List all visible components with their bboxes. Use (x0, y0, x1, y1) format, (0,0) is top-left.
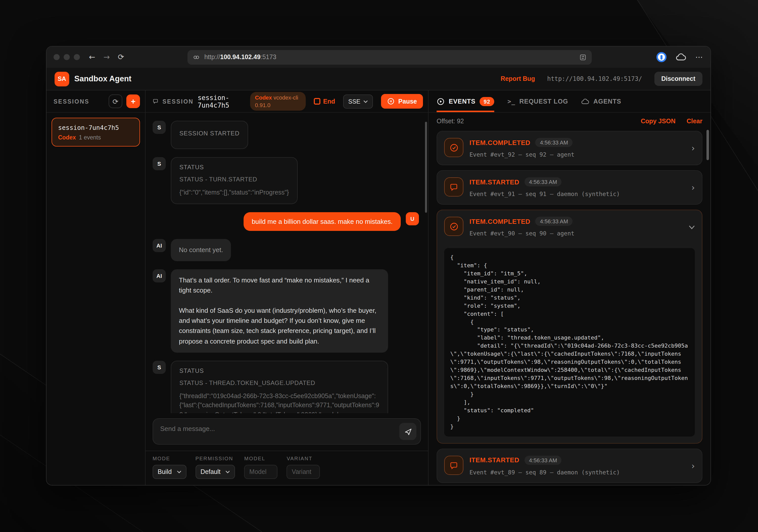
pause-button[interactable]: Pause (381, 94, 423, 109)
ai-avatar: AI (153, 269, 166, 283)
message-code: {"id":"0","items":[],"status":"inProgres… (179, 188, 289, 198)
ai-paragraph: What kind of SaaS do you want (industry/… (179, 306, 380, 346)
end-label: End (323, 98, 335, 105)
pause-label: Pause (398, 98, 417, 105)
message-label: STATUS (179, 164, 289, 171)
window-controls[interactable] (53, 54, 80, 60)
badge-agent: Codex (255, 94, 272, 100)
copy-json-button[interactable]: Copy JSON (641, 118, 676, 125)
events-list[interactable]: ITEM.COMPLETED 4:56:33 AM Event #evt_92 … (429, 128, 710, 485)
message-label: STATUS (179, 367, 380, 374)
app-title: Sandbox Agent (74, 74, 131, 83)
event-time: 4:56:33 AM (535, 138, 572, 147)
session-header: SESSION session-7un4c7h5 Codex vcodex-cl… (146, 90, 428, 113)
server-url: http://100.94.102.49:5173/ (547, 75, 642, 83)
event-card[interactable]: ITEM.STARTED 4:56:33 AM Event #evt_91 — … (436, 170, 703, 205)
event-card-expanded[interactable]: ITEM.COMPLETED 4:56:33 AM Event #evt_90 … (436, 210, 703, 443)
events-scrollbar-thumb[interactable] (706, 130, 709, 160)
message-code: {"threadId":"019c04ad-266b-72c3-83cc-c5e… (179, 391, 380, 413)
end-checkbox[interactable] (314, 98, 320, 105)
chevron-right-icon[interactable]: › (691, 183, 695, 192)
mode-label: MODE (153, 456, 187, 461)
sessions-title: SESSIONS (53, 98, 105, 104)
chat-message-user: build me a billion dollar saas. make no … (153, 212, 419, 231)
message-input[interactable] (153, 419, 421, 444)
permission-label: PERMISSION (195, 456, 235, 461)
mode-value: Build (158, 468, 172, 476)
system-avatar: S (153, 157, 166, 170)
session-name: session-7un4c7h5 (58, 124, 133, 131)
desktop-background: ← → ⟳ http://100.94.102.49:5173 ⋯ SA San… (0, 0, 758, 532)
forward-icon[interactable]: → (103, 53, 110, 61)
refresh-sessions-button[interactable]: ⟳ (109, 94, 122, 108)
back-icon[interactable]: ← (89, 53, 95, 61)
message-sublabel: STATUS - TURN.STARTED (179, 176, 289, 183)
window-maximize-button[interactable] (74, 54, 80, 60)
offset-label: Offset: 92 (436, 118, 630, 125)
check-circle-icon (444, 138, 464, 157)
ai-avatar: AI (153, 239, 166, 252)
chevron-down-icon[interactable] (689, 222, 695, 232)
variant-label: VARIANT (287, 456, 320, 461)
tab-events[interactable]: EVENTS 92 (436, 90, 495, 112)
tab-request-log[interactable]: >_ REQUEST LOG (508, 90, 568, 112)
plus-icon: + (131, 97, 136, 106)
chevron-right-icon[interactable]: › (691, 460, 695, 471)
url-port: :5173 (260, 53, 276, 61)
chevron-down-icon (363, 100, 368, 103)
permission-select[interactable]: Default (195, 465, 235, 479)
disconnect-button[interactable]: Disconnect (654, 72, 703, 86)
event-time: 4:56:33 AM (524, 455, 562, 465)
link-icon (193, 53, 200, 61)
system-avatar: S (153, 360, 166, 374)
variant-input[interactable] (287, 465, 320, 479)
event-json: { "item": { "item_id": "itm_5", "native_… (450, 253, 689, 431)
send-icon (403, 427, 412, 436)
events-count-badge: 92 (480, 97, 495, 106)
window-close-button[interactable] (53, 54, 60, 60)
chat-scrollbar-thumb[interactable] (425, 122, 427, 213)
event-subtitle: Event #evt_90 — seq 90 — agent (469, 230, 680, 237)
reload-icon[interactable]: ⟳ (118, 53, 124, 61)
clear-events-button[interactable]: Clear (686, 118, 703, 125)
password-manager-icon[interactable] (656, 52, 667, 62)
tab-agents[interactable]: AGENTS (581, 90, 621, 112)
end-session-toggle[interactable]: End (314, 98, 335, 105)
model-input[interactable] (244, 465, 278, 479)
chat-bubble-icon (444, 177, 464, 197)
chat-message-ai: AI That’s a tall order. To move fast and… (153, 269, 419, 353)
refresh-icon: ⟳ (113, 97, 118, 105)
message-composer (146, 413, 428, 451)
user-avatar: U (406, 212, 419, 225)
message-sublabel: STATUS - THREAD.TOKEN_USAGE.UPDATED (179, 379, 380, 386)
chat-message-system: S STATUS STATUS - THREAD.TOKEN_USAGE.UPD… (153, 360, 419, 413)
session-list-item[interactable]: session-7un4c7h5 Codex1 events (52, 118, 140, 147)
url-bar[interactable]: http://100.94.102.49:5173 (188, 50, 592, 64)
chat-bubble-icon (153, 97, 158, 105)
chat-message-list[interactable]: S SESSION STARTED S STATUS STATUS - TURN… (146, 113, 428, 413)
new-session-button[interactable]: + (126, 94, 140, 108)
chevron-right-icon[interactable]: › (691, 143, 695, 153)
stream-mode-select[interactable]: SSE (343, 94, 373, 108)
ai-paragraph: That’s a tall order. To move fast and “m… (179, 275, 380, 296)
reader-settings-icon[interactable] (579, 53, 587, 61)
url-scheme: http:// (204, 53, 220, 61)
agent-version-badge: Codex vcodex-cli 0.91.0 (250, 92, 305, 111)
browser-chrome: ← → ⟳ http://100.94.102.49:5173 ⋯ (47, 47, 710, 68)
app-header: SA Sandbox Agent Report Bug http://100.9… (47, 68, 710, 90)
cloud-icon (581, 98, 589, 104)
browser-menu-icon[interactable]: ⋯ (695, 52, 704, 62)
message-title: SESSION STARTED (179, 130, 240, 137)
window-minimize-button[interactable] (64, 54, 70, 60)
send-button[interactable] (399, 423, 416, 440)
event-card[interactable]: ITEM.COMPLETED 4:56:33 AM Event #evt_92 … (436, 131, 703, 165)
mode-select[interactable]: Build (153, 465, 187, 479)
event-time: 4:56:33 AM (535, 217, 572, 226)
session-label: SESSION (162, 98, 193, 104)
url-host: 100.94.102.49 (220, 53, 260, 61)
report-bug-link[interactable]: Report Bug (500, 75, 535, 83)
cloud-icon[interactable] (676, 53, 686, 61)
event-subtitle: Event #evt_91 — seq 91 — daemon (synthet… (469, 190, 682, 198)
event-card[interactable]: ITEM.STARTED 4:56:33 AM Event #evt_89 — … (436, 449, 703, 483)
chat-message-ai: AI No content yet. (153, 239, 419, 261)
